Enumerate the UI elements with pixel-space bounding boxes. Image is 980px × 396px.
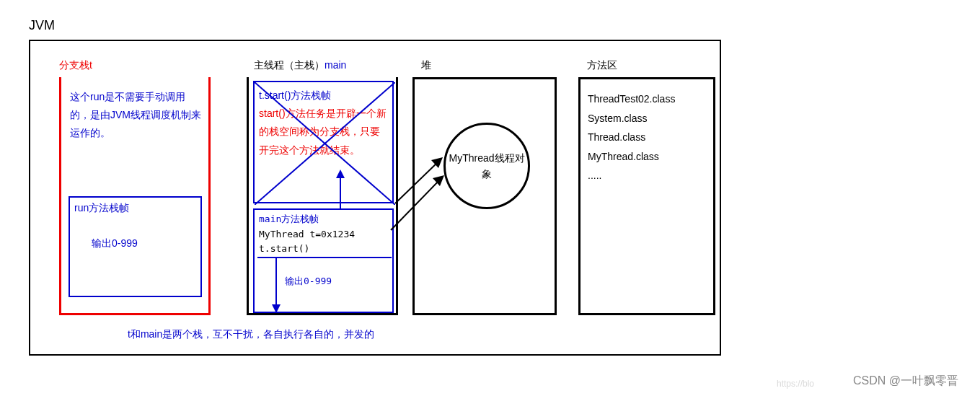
main-thread-label: 主线程（主栈）main (254, 59, 346, 72)
start-frame-body: start()方法任务是开辟一个新的栈空间称为分支栈，只要开完这个方法就结束。 (259, 107, 387, 155)
method-area-item: ThreadTest02.class (588, 89, 706, 109)
main-frame-line2: t.start() (259, 243, 309, 254)
start-method-frame: t.start()方法栈帧 start()方法任务是开辟一个新的栈空间称为分支栈… (253, 81, 394, 203)
method-area-item: System.class (588, 109, 706, 128)
method-area-item: ..... (588, 166, 706, 185)
heap-label: 堆 (421, 59, 431, 72)
branch-stack-box: 这个run是不需要手动调用的，是由JVM线程调度机制来运作的。 run方法栈帧 … (59, 77, 211, 315)
watermark-author: CSDN @一叶飘零晋 (853, 374, 958, 389)
main-method-frame: main方法栈帧 MyThread t=0x1234 t.start() 输出0… (253, 208, 394, 313)
heap-box: MyThread线程对象 (412, 77, 557, 315)
start-frame-line1: t.start()方法栈帧 (259, 89, 331, 101)
heap-object-label: MyThread线程对象 (446, 150, 528, 182)
heap-object-circle: MyThread线程对象 (443, 123, 530, 209)
jvm-container: 分支栈t 主线程（主栈）main 堆 方法区 这个run是不需要手动调用的，是由… (29, 40, 721, 356)
main-stack-box: t.start()方法栈帧 start()方法任务是开辟一个新的栈空间称为分支栈… (247, 77, 398, 315)
main-frame-output: 输出0-999 (285, 275, 332, 288)
run-frame-output: 输出0-999 (92, 237, 138, 250)
branch-stack-label: 分支栈t (59, 59, 92, 72)
run-frame-title: run方法栈帧 (74, 202, 129, 215)
method-area-item: MyThread.class (588, 147, 706, 167)
method-area-box: ThreadTest02.class System.class Thread.c… (578, 77, 715, 315)
svg-marker-4 (272, 304, 281, 313)
method-area-label: 方法区 (587, 59, 617, 72)
jvm-title: JVM (29, 18, 55, 33)
main-frame-line1: MyThread t=0x1234 (259, 229, 355, 239)
footer-note: t和main是两个栈，互不干扰，各自执行各自的，并发的 (128, 328, 374, 341)
start-frame-text: t.start()方法栈帧 start()方法任务是开辟一个新的栈空间称为分支栈… (259, 87, 388, 159)
run-method-frame: run方法栈帧 输出0-999 (69, 196, 202, 297)
branch-note: 这个run是不需要手动调用的，是由JVM线程调度机制来运作的。 (70, 88, 203, 143)
method-area-content: ThreadTest02.class System.class Thread.c… (581, 79, 713, 195)
watermark-url: https://blo (777, 379, 814, 389)
main-thread-prefix: 主线程（主栈） (254, 59, 325, 71)
main-thread-name: main (325, 59, 346, 71)
method-area-item: Thread.class (588, 128, 706, 147)
main-frame-title: main方法栈帧 (259, 213, 319, 226)
